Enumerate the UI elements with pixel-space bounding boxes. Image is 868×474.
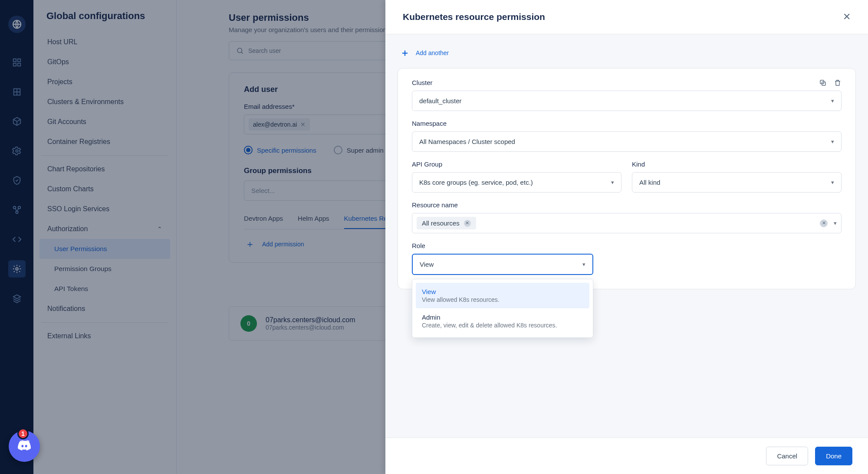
chevron-down-icon: ▾: [831, 179, 834, 186]
kind-select[interactable]: All kind ▾: [632, 172, 842, 193]
plus-icon: ＋: [400, 46, 410, 59]
chevron-down-icon: ▾: [831, 98, 834, 104]
done-button[interactable]: Done: [815, 447, 852, 465]
cluster-select[interactable]: default_cluster ▾: [412, 91, 842, 111]
cluster-label: Cluster: [412, 79, 819, 86]
remove-tag-icon[interactable]: ✕: [464, 220, 471, 227]
discord-icon: [16, 438, 33, 455]
resource-name-label: Resource name: [412, 201, 842, 209]
chevron-down-icon: ▾: [611, 179, 614, 186]
apigroup-label: API Group: [412, 160, 621, 168]
copy-button[interactable]: [819, 79, 827, 88]
copy-icon: [819, 79, 827, 87]
cancel-button[interactable]: Cancel: [766, 447, 808, 465]
drawer-title: Kubernetes resource permission: [403, 12, 545, 22]
chevron-down-icon: ▾: [834, 220, 837, 226]
role-label: Role: [412, 242, 842, 249]
drawer-body: ＋ Add another Cluster default_cluster: [385, 34, 868, 438]
role-select[interactable]: View ▾: [412, 254, 593, 275]
drawer-header: Kubernetes resource permission ✕: [385, 0, 868, 34]
clear-all-icon[interactable]: ✕: [820, 219, 828, 227]
namespace-select[interactable]: All Namespaces / Cluster scoped ▾: [412, 131, 842, 152]
drawer-footer: Cancel Done: [385, 438, 868, 474]
namespace-label: Namespace: [412, 120, 842, 127]
role-option-view[interactable]: View View allowed K8s resources.: [416, 283, 589, 308]
role-option-admin[interactable]: Admin Create, view, edit & delete allowe…: [416, 308, 589, 334]
role-dropdown: View View allowed K8s resources. Admin C…: [412, 279, 593, 338]
permission-card: Cluster default_cluster ▾ Namespace: [398, 68, 856, 289]
chevron-down-icon: ▾: [831, 138, 834, 145]
close-icon: ✕: [843, 11, 851, 22]
apigroup-select[interactable]: K8s core groups (eg. service, pod, etc.)…: [412, 172, 621, 193]
resource-tag: All resources ✕: [417, 217, 476, 229]
discord-fab[interactable]: 1: [9, 431, 40, 462]
resource-name-select[interactable]: All resources ✕ ✕ ▾: [412, 213, 842, 233]
permission-drawer: Kubernetes resource permission ✕ ＋ Add a…: [385, 0, 868, 474]
chevron-down-icon: ▾: [582, 261, 585, 268]
notification-badge: 1: [17, 428, 29, 439]
add-another-button[interactable]: ＋ Add another: [400, 46, 856, 59]
close-button[interactable]: ✕: [843, 11, 851, 23]
delete-button[interactable]: [834, 79, 842, 88]
kind-label: Kind: [632, 160, 842, 168]
trash-icon: [834, 79, 842, 87]
